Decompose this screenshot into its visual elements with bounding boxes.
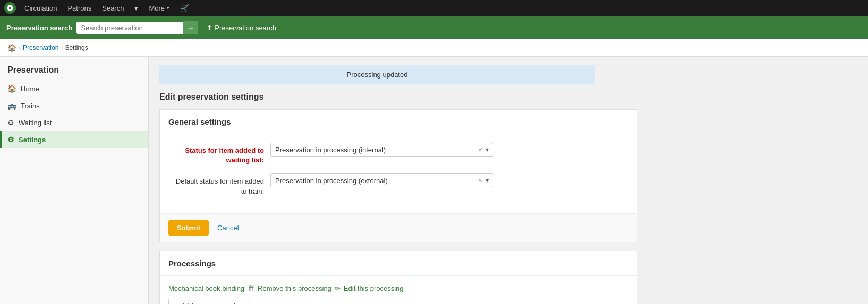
nav-cart[interactable]: 🛒 [175, 0, 194, 16]
remove-processing-link[interactable]: Remove this processing [258, 284, 331, 292]
search-submit-button[interactable]: → [183, 21, 198, 34]
sidebar: Preservation 🏠 Home 🚌 Trains ♻ Waiting l… [0, 57, 149, 304]
train-status-select-value: Preservation in processing (external) [275, 177, 475, 185]
form-row-train: Default status for item added to train: … [168, 173, 628, 196]
processings-section: Processings Mechanical book binding 🗑 Re… [159, 251, 637, 304]
more-caret: ▾ [167, 5, 169, 11]
page-layout: Preservation 🏠 Home 🚌 Trains ♻ Waiting l… [0, 57, 868, 304]
cancel-button[interactable]: Cancel [213, 220, 243, 236]
search-input[interactable] [76, 22, 183, 34]
submit-button[interactable]: Submit [168, 220, 209, 236]
waiting-list-select[interactable]: Preservation in processing (internal) × … [270, 143, 493, 157]
top-nav: Circulation Patrons Search ▾ More ▾ 🛒 [0, 0, 868, 16]
edit-processing-icon: ✏ [335, 284, 341, 292]
sidebar-item-trains[interactable]: 🚌 Trains [0, 97, 148, 114]
waiting-list-select-control: Preservation in processing (internal) × … [270, 143, 493, 157]
home-sidebar-icon: 🏠 [7, 84, 16, 93]
sidebar-item-waiting-list[interactable]: ♻ Waiting list [0, 114, 148, 131]
sidebar-item-settings[interactable]: ⚙ Settings [0, 131, 148, 148]
train-status-clear-icon[interactable]: × [477, 176, 483, 185]
search-bar-input-wrap: → [76, 21, 198, 34]
trains-icon: 🚌 [7, 101, 16, 110]
processing-name-0: Mechanical book binding [168, 284, 244, 292]
search-bar-label: Preservation search [6, 24, 72, 32]
waiting-list-icon: ♻ [7, 118, 14, 127]
general-settings-body: Status for item added to waiting list: P… [160, 134, 637, 213]
processings-body: Mechanical book binding 🗑 Remove this pr… [160, 276, 637, 304]
add-processing-button[interactable]: + Add new processing [168, 299, 250, 304]
general-settings-title: General settings [160, 110, 637, 134]
processing-item-0: Mechanical book binding 🗑 Remove this pr… [168, 284, 628, 292]
upload-icon: ⬆ [207, 24, 212, 32]
nav-search[interactable]: Search [97, 0, 129, 16]
train-status-select[interactable]: Preservation in processing (external) × … [270, 173, 493, 187]
train-status-chevron-icon[interactable]: ▾ [486, 177, 489, 184]
app-logo [4, 2, 16, 14]
breadcrumb-sep-1: › [19, 44, 21, 51]
processings-title: Processings [160, 251, 637, 276]
nav-patrons[interactable]: Patrons [62, 0, 97, 16]
main-content: Processing updated Edit preservation set… [149, 57, 868, 304]
breadcrumb-sep-2: › [61, 44, 63, 51]
home-icon[interactable]: 🏠 [7, 44, 16, 52]
nav-dropdown-arrow: ▾ [134, 4, 138, 12]
train-status-label: Default status for item added to train: [168, 173, 264, 196]
page-title: Edit preservation settings [159, 92, 857, 102]
waiting-list-select-value: Preservation in processing (internal) [275, 146, 475, 154]
breadcrumb-preservation[interactable]: Preservation [23, 44, 58, 51]
waiting-list-clear-icon[interactable]: × [477, 145, 483, 154]
breadcrumb-settings: Settings [65, 44, 88, 51]
remove-processing-icon: 🗑 [248, 284, 254, 292]
settings-icon: ⚙ [7, 135, 14, 144]
nav-circulation[interactable]: Circulation [19, 0, 62, 16]
general-settings-section: General settings Status for item added t… [159, 109, 637, 242]
search-bar: Preservation search → ⬆ Preservation sea… [0, 16, 868, 39]
train-status-select-control: Preservation in processing (external) × … [270, 173, 493, 187]
form-actions: Submit Cancel [160, 213, 637, 242]
waiting-list-label: Status for item added to waiting list: [168, 143, 264, 165]
processing-updated-alert: Processing updated [159, 65, 595, 84]
nav-dropdown-toggle[interactable]: ▾ [129, 0, 143, 16]
breadcrumb: 🏠 › Preservation › Settings [0, 39, 868, 57]
edit-processing-link[interactable]: Edit this processing [344, 284, 404, 292]
nav-more[interactable]: More ▾ [143, 0, 175, 16]
form-row-waiting-list: Status for item added to waiting list: P… [168, 143, 628, 165]
sidebar-title: Preservation [0, 57, 148, 80]
waiting-list-chevron-icon[interactable]: ▾ [486, 146, 489, 153]
preservation-search-link[interactable]: ⬆ Preservation search [207, 24, 276, 32]
sidebar-item-home[interactable]: 🏠 Home [0, 80, 148, 97]
